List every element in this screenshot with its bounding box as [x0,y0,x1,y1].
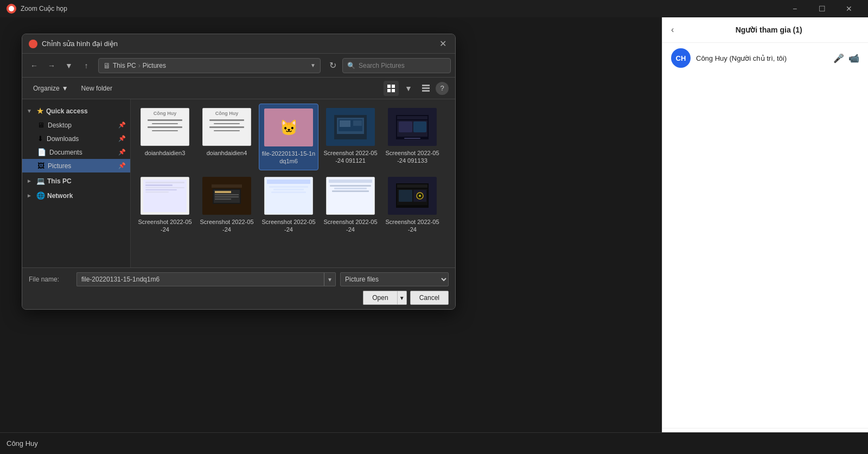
this-pc-label: This PC [47,177,72,185]
svg-rect-25 [215,196,239,197]
svg-rect-16 [399,122,412,132]
open-button[interactable]: Open [363,291,397,305]
title-bar: Zoom Cuộc họp − ☐ ✕ [0,0,868,17]
this-pc-icon: 💻 [36,177,45,185]
search-input[interactable] [359,62,446,69]
file-thumb-doianhdaidien3: Công Huy [141,108,189,146]
file-thumb-screenshot7 [388,177,437,215]
sidebar-item-documents[interactable]: 📄 Documents 📌 [22,145,130,159]
file-name-screenshot6: Screenshot 2022-05-24 [323,218,378,234]
participant-icons: 🎤 📹 [833,53,859,63]
sidebar-downloads-label: Downloads [47,135,115,143]
file-item-screenshot7[interactable]: Screenshot 2022-05-24 [382,172,442,238]
file-thumb-doianhdaidien4: Công Huy [202,108,251,146]
file-thumb-screenshot6 [326,177,375,215]
chevron-left-icon[interactable]: ‹ [671,25,674,35]
computer-icon: 🖥 [103,61,111,70]
minimize-button[interactable]: − [782,0,807,17]
right-panel-header: ‹ Người tham gia (1) [662,17,868,43]
file-item-screenshot1[interactable]: Screenshot 2022-05-24 091121 [321,104,380,170]
pictures-icon: 🖼 [37,162,44,170]
filetype-select-wrap: Picture files All files [340,272,449,286]
filetype-select[interactable]: Picture files All files [340,272,449,286]
svg-rect-17 [413,122,426,132]
dialog-actions: Organize ▼ New folder ▼ ? [22,78,455,99]
sidebar-item-pictures[interactable]: 🖼 Pictures 📌 [22,159,130,172]
quick-access-header[interactable]: ▼ ★ Quick access [22,104,130,118]
svg-point-0 [9,6,14,11]
open-button-wrap: Open ▼ [363,291,406,305]
sidebar-item-downloads[interactable]: ⬇ Downloads 📌 [22,132,130,145]
svg-point-33 [419,195,421,197]
documents-icon: 📄 [37,148,46,156]
view-list-button[interactable] [418,81,433,96]
file-name-screenshot1: Screenshot 2022-05-24 091121 [323,149,378,165]
up-button[interactable]: ↑ [79,58,94,73]
file-item-screenshot6[interactable]: Screenshot 2022-05-24 [321,172,380,238]
svg-rect-30 [399,190,412,202]
dialog-close-button[interactable]: ✕ [437,39,449,49]
taskbar: Công Huy [0,432,868,454]
download-icon: ⬇ [37,135,43,143]
view-large-icons-button[interactable] [384,81,399,96]
sidebar-pictures-label: Pictures [48,162,115,170]
forward-button[interactable]: → [44,58,59,73]
file-item-doianhdaidien3[interactable]: Công Huy doianhdaidien3 [135,104,195,170]
maximize-button[interactable]: ☐ [809,0,834,17]
this-pc-header[interactable]: ► 💻 This PC [22,175,130,187]
dropdown-button[interactable]: ▼ [61,58,76,73]
new-folder-button[interactable]: New folder [77,82,117,94]
taskbar-user: Công Huy [7,439,38,447]
file-item-screenshot4[interactable]: Screenshot 2022-05-24 [197,172,257,238]
svg-rect-6 [422,87,430,89]
svg-rect-2 [392,85,395,88]
network-expand-icon: ► [27,193,34,199]
organize-button[interactable]: Organize ▼ [29,82,73,94]
file-item-doianhdaidien4[interactable]: Công Huy doianhdaidien4 [197,104,257,170]
close-button[interactable]: ✕ [837,0,861,17]
refresh-button[interactable]: ↻ [325,58,340,73]
search-bar: 🔍 [342,58,451,73]
view-dropdown-button[interactable]: ▼ [401,81,416,96]
breadcrumb-thispc: This PC [113,62,136,69]
file-thumb-screenshot5 [264,177,313,215]
avatar-initials: CH [676,54,686,62]
star-icon: ★ [36,106,44,116]
organize-dropdown-icon: ▼ [62,85,68,92]
breadcrumb-pictures: Pictures [143,62,166,69]
file-name-doianhdaidien3: doianhdaidien3 [145,149,186,157]
panel-title: Người tham gia (1) [678,25,859,34]
svg-rect-1 [387,85,391,88]
pin-icon-4: 📌 [118,162,126,169]
dialog-titlebar: Chỉnh sửa hình đại diện ✕ [22,34,455,54]
filename-dropdown-button[interactable]: ▼ [324,272,336,286]
breadcrumb-bar[interactable]: 🖥 This PC › Pictures ▼ [98,58,321,73]
svg-rect-4 [392,89,395,92]
dialog-sidebar: ▼ ★ Quick access 🖥 Desktop 📌 ⬇ Downloads [22,99,131,267]
file-grid: Công Huy doianhdaidien3 Công Huy [131,99,455,267]
file-dialog: Chỉnh sửa hình đại diện ✕ ← → ▼ ↑ 🖥 This… [22,34,456,310]
file-name-screenshot5: Screenshot 2022-05-24 [261,218,316,234]
file-item-screenshot5[interactable]: Screenshot 2022-05-24 [259,172,318,238]
file-item-screenshot2[interactable]: Screenshot 2022-05-24 091133 [382,104,442,170]
svg-rect-24 [215,194,239,195]
file-thumb-screenshot1 [326,108,375,146]
sidebar-desktop-label: Desktop [48,122,115,129]
this-pc-section: ► 💻 This PC [22,175,130,187]
svg-rect-20 [212,184,242,188]
help-button[interactable]: ? [436,82,449,95]
file-item-screenshot3[interactable]: Screenshot 2022-05-24 [135,172,195,238]
network-header[interactable]: ► 🌐 Network [22,189,130,202]
sidebar-item-desktop[interactable]: 🖥 Desktop 📌 [22,118,130,132]
file-item-cat[interactable]: 🐱 file-20220131-15-1ndq1m6 [259,104,318,170]
back-button[interactable]: ← [27,58,42,73]
quick-access-label: Quick access [46,107,88,115]
cancel-button[interactable]: Cancel [410,291,449,305]
right-panel: ‹ Người tham gia (1) CH Công Huy (Người … [662,17,868,454]
app-icon [7,4,16,14]
svg-rect-11 [340,120,350,127]
file-thumb-screenshot2 [388,108,437,146]
filename-input[interactable] [76,272,324,286]
open-dropdown-button[interactable]: ▼ [397,291,407,305]
file-name-screenshot2: Screenshot 2022-05-24 091133 [385,149,440,165]
